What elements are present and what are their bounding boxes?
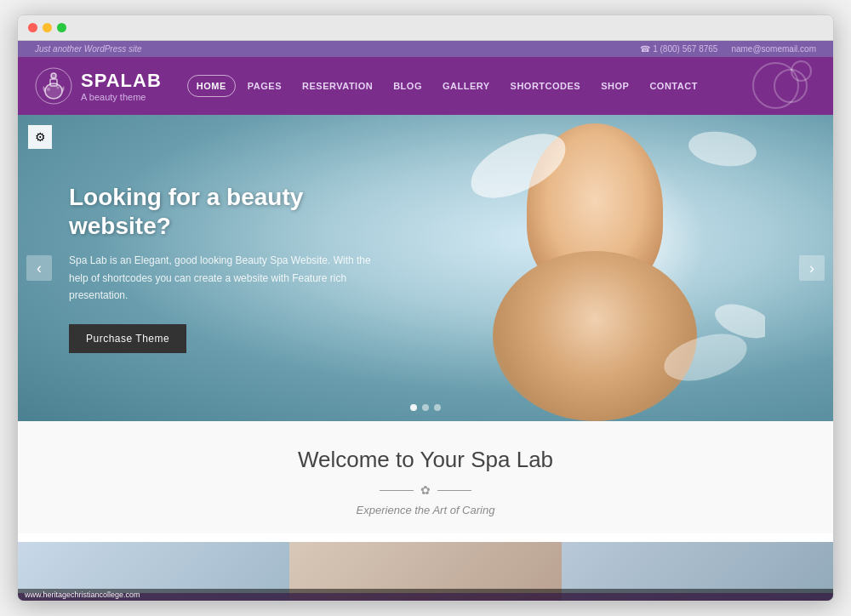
browser-window: Just another WordPress site ☎ 1 (800) 56… xyxy=(17,14,834,602)
svg-point-3 xyxy=(51,73,56,78)
svg-point-5 xyxy=(57,87,60,89)
brand-tagline: A beauty theme xyxy=(81,92,162,102)
email-address: name@somemail.com xyxy=(731,44,816,54)
hero-content: Looking for a beauty website? Spa Lab is… xyxy=(69,183,392,353)
welcome-divider: ✿ xyxy=(35,483,816,497)
nav-item-blog[interactable]: BLOG xyxy=(385,76,431,96)
logo-area[interactable]: SPALAB A beauty theme xyxy=(35,67,162,105)
settings-button[interactable]: ⚙ xyxy=(28,125,52,149)
divider-line-right xyxy=(437,490,471,491)
welcome-subtitle: Experience the Art of Caring xyxy=(35,504,816,516)
prev-slide-button[interactable]: ‹ xyxy=(26,255,52,281)
nav-item-gallery[interactable]: GALLERY xyxy=(434,76,499,96)
site-content: Just another WordPress site ☎ 1 (800) 56… xyxy=(18,41,833,602)
nav-item-reservation[interactable]: RESERVATION xyxy=(294,76,381,96)
top-utility-bar: Just another WordPress site ☎ 1 (800) 56… xyxy=(18,41,833,57)
nav-decorations xyxy=(748,60,816,111)
hero-woman-image xyxy=(425,115,765,421)
phone-number: ☎ 1 (800) 567 8765 xyxy=(640,44,717,54)
slide-dot-3[interactable] xyxy=(434,404,441,411)
purchase-theme-button[interactable]: Purchase Theme xyxy=(69,324,186,353)
maximize-button[interactable] xyxy=(57,23,66,32)
browser-chrome xyxy=(18,15,833,41)
svg-point-4 xyxy=(47,88,50,91)
hero-description: Spa Lab is an Elegant, good looking Beau… xyxy=(69,252,392,304)
minimize-button[interactable] xyxy=(43,23,52,32)
main-navigation: SPALAB A beauty theme HOME PAGES RESERVA… xyxy=(18,57,833,115)
site-tagline: Just another WordPress site xyxy=(35,44,142,54)
brand-name: SPALAB xyxy=(81,70,162,92)
logo-icon xyxy=(35,67,72,105)
browser-url-bar: www.heritagechristiancollege.com xyxy=(18,589,833,601)
welcome-title: Welcome to Your Spa Lab xyxy=(35,447,816,473)
nav-item-pages[interactable]: PAGES xyxy=(239,76,290,96)
nav-item-shortcodes[interactable]: SHORTCODES xyxy=(502,76,590,96)
next-arrow-icon: › xyxy=(809,260,814,277)
close-button[interactable] xyxy=(28,23,37,32)
next-slide-button[interactable]: › xyxy=(799,255,825,281)
hero-title: Looking for a beauty website? xyxy=(69,183,392,240)
nav-item-shop[interactable]: SHOP xyxy=(592,76,637,96)
hero-section: ⚙ ‹ › Looking for a beauty website? Spa … xyxy=(18,115,833,421)
welcome-section: Welcome to Your Spa Lab ✿ Experience the… xyxy=(18,421,833,533)
divider-line-left xyxy=(380,490,414,491)
deco-circle-3 xyxy=(791,60,812,82)
logo-text: SPALAB A beauty theme xyxy=(81,70,162,102)
nav-links: HOME PAGES RESERVATION BLOG GALLERY SHOR… xyxy=(187,75,748,97)
slide-dot-2[interactable] xyxy=(422,404,429,411)
slide-dot-1[interactable] xyxy=(410,404,417,411)
slide-indicators xyxy=(410,404,441,411)
contact-info: ☎ 1 (800) 567 8765 name@somemail.com xyxy=(640,44,816,54)
nav-item-contact[interactable]: CONTACT xyxy=(641,76,705,96)
nav-item-home[interactable]: HOME xyxy=(187,75,236,97)
url-text: www.heritagechristiancollege.com xyxy=(25,590,140,599)
divider-icon: ✿ xyxy=(420,483,431,497)
gear-icon: ⚙ xyxy=(35,130,46,144)
prev-arrow-icon: ‹ xyxy=(37,260,42,277)
